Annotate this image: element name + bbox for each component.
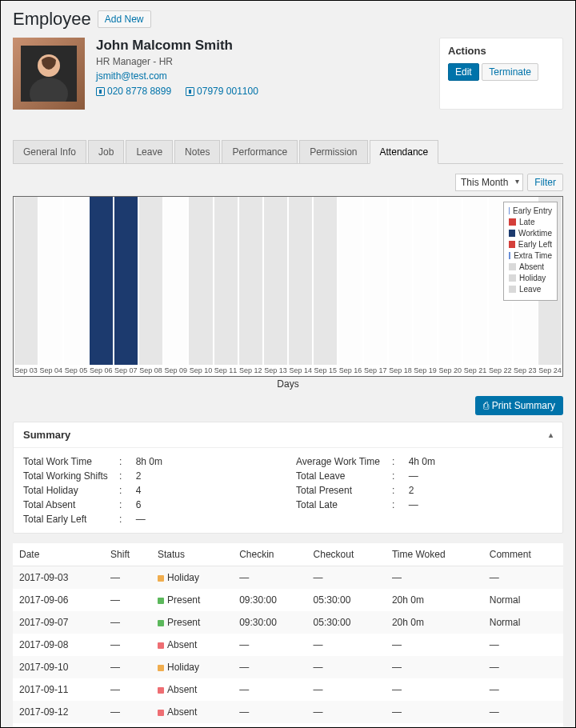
table-cell: — [104, 589, 151, 611]
summary-label: Total Absent [23, 499, 119, 510]
phone-icon [96, 87, 105, 96]
xaxis-tick: Sep 12 [238, 366, 263, 374]
table-cell: — [307, 701, 386, 723]
chart-bar [264, 197, 287, 365]
tab-attendance[interactable]: Attendance [370, 140, 439, 164]
table-cell: 2017-09-11 [13, 678, 104, 701]
table-cell: 05:30:00 [307, 611, 386, 634]
attendance-table: DateShiftStatusCheckinCheckoutTime Woked… [13, 543, 563, 728]
employee-phone2-link[interactable]: 07979 001100 [197, 86, 258, 97]
summary-row: Total Holiday: 4 [15, 483, 288, 498]
table-cell: — [104, 701, 151, 723]
print-summary-button[interactable]: ⎙ Print Summary [475, 396, 563, 415]
chart-xaxis: Sep 03Sep 04Sep 05Sep 06Sep 07Sep 08Sep … [14, 365, 562, 376]
table-cell: Absent [151, 723, 233, 728]
table-cell: — [307, 656, 386, 678]
status-dot [158, 575, 164, 582]
summary-card: Summary ▴ Total Work Time: 8h 0mTotal Wo… [13, 422, 563, 534]
table-header: Shift [104, 543, 151, 566]
table-cell: 2017-09-07 [13, 611, 104, 634]
add-new-button[interactable]: Add New [98, 10, 151, 28]
table-cell: 2017-09-03 [13, 566, 104, 590]
summary-row: Total Working Shifts: 2 [15, 469, 288, 483]
tab-leave[interactable]: Leave [126, 140, 173, 164]
actions-panel: Actions Edit Terminate [439, 38, 563, 110]
summary-value: 2 [130, 470, 141, 482]
table-cell: — [307, 634, 386, 656]
table-cell: — [104, 723, 151, 728]
table-cell: — [386, 723, 483, 728]
summary-label: Total Holiday [23, 485, 119, 496]
employee-email-link[interactable]: jsmith@test.com [96, 70, 167, 82]
xaxis-tick: Sep 09 [163, 366, 188, 374]
legend-label: Absent [519, 262, 544, 271]
table-cell: Absent [151, 634, 233, 656]
collapse-icon[interactable]: ▴ [549, 430, 553, 439]
table-cell: — [104, 656, 151, 678]
status-dot [158, 598, 164, 604]
xaxis-tick: Sep 17 [363, 366, 388, 374]
table-cell: 2017-09-13 [13, 723, 104, 728]
table-cell: — [307, 723, 386, 728]
summary-row: Average Work Time: 4h 0m [288, 454, 561, 469]
table-row: 2017-09-07—Present09:30:0005:30:0020h 0m… [13, 611, 563, 634]
table-cell: 09:30:00 [233, 611, 306, 634]
table-header: Checkin [233, 543, 306, 566]
tab-job[interactable]: Job [88, 140, 124, 164]
table-row: 2017-09-11—Absent———— [13, 678, 563, 701]
chart-bar [389, 197, 412, 365]
table-row: 2017-09-12—Absent———— [13, 701, 563, 723]
date-range-select[interactable]: This Month [455, 174, 523, 191]
summary-value: 6 [130, 499, 141, 510]
legend-item: Holiday [509, 274, 552, 282]
legend-label: Early Left [518, 240, 552, 249]
legend-label: Holiday [519, 274, 546, 282]
xaxis-tick: Sep 22 [488, 366, 513, 374]
xaxis-tick: Sep 07 [114, 366, 138, 374]
summary-row: Total Absent: 6 [15, 498, 288, 512]
status-dot [158, 620, 164, 626]
tab-general-info[interactable]: General Info [13, 140, 86, 164]
employee-name: John Malcomn Smith [96, 38, 258, 54]
legend-swatch [509, 252, 510, 259]
terminate-button[interactable]: Terminate [482, 63, 538, 81]
table-row: 2017-09-08—Absent———— [13, 634, 563, 656]
table-cell: — [386, 656, 483, 678]
table-cell: — [307, 678, 386, 701]
tab-permission[interactable]: Permission [299, 140, 367, 164]
summary-row: Total Late: — [288, 498, 561, 512]
chart-bar [289, 197, 312, 365]
summary-label: Total Leave [296, 470, 392, 482]
tab-performance[interactable]: Performance [222, 140, 298, 164]
employee-phone1-link[interactable]: 020 8778 8899 [107, 86, 171, 97]
table-cell: 20h 0m [386, 611, 483, 634]
table-cell: — [104, 678, 151, 701]
table-row: 2017-09-13—Absent———— [13, 723, 563, 728]
filter-button[interactable]: Filter [527, 174, 563, 191]
legend-item: Worktime [509, 229, 552, 238]
table-cell: 2017-09-08 [13, 634, 104, 656]
summary-value: — [403, 499, 418, 510]
table-cell: — [386, 566, 483, 590]
summary-value: 2 [403, 485, 414, 496]
xaxis-tick: Sep 21 [462, 366, 487, 374]
chart-bar [189, 197, 212, 365]
table-row: 2017-09-10—Holiday———— [13, 656, 563, 678]
tab-notes[interactable]: Notes [174, 140, 220, 164]
print-icon: ⎙ [483, 400, 491, 411]
xaxis-tick: Sep 15 [313, 366, 338, 374]
table-row: 2017-09-06—Present09:30:0005:30:0020h 0m… [13, 589, 563, 611]
xaxis-tick: Sep 23 [513, 366, 538, 374]
chart-bar [314, 197, 337, 365]
summary-label: Total Late [296, 499, 392, 510]
avatar [13, 38, 85, 110]
table-cell: 05:30:00 [307, 589, 386, 611]
edit-button[interactable]: Edit [448, 63, 479, 81]
table-cell: Normal [483, 589, 563, 611]
table-cell: — [483, 678, 563, 701]
summary-header[interactable]: Summary ▴ [14, 422, 562, 448]
table-cell: — [104, 566, 151, 590]
table-cell: Absent [151, 701, 233, 723]
legend-label: Early Entry [513, 206, 552, 215]
table-cell: Holiday [151, 656, 233, 678]
